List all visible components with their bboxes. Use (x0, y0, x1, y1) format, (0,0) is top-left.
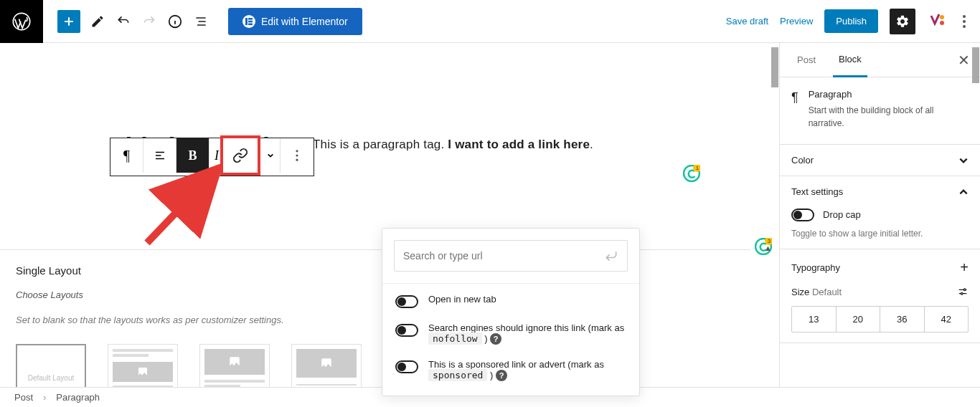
size-value: Default (812, 287, 842, 297)
font-size-option[interactable]: 36 (880, 307, 925, 332)
svg-point-21 (963, 289, 966, 291)
tab-post[interactable]: Post (791, 43, 821, 77)
align-button[interactable] (143, 138, 176, 173)
paragraph-block[interactable]: This is where youwrite your content. Thi… (110, 138, 779, 152)
outline-button[interactable] (188, 9, 214, 34)
dots-vertical-icon (963, 15, 966, 28)
scroll-up-indicator[interactable]: ▲ (764, 244, 772, 252)
editor-topbar: Edit with Elementor Save draft Preview P… (0, 0, 980, 43)
editor-canvas: This is my title ¶ B I This is where you… (0, 43, 779, 407)
svg-point-7 (940, 21, 944, 25)
color-panel-header[interactable]: Color (791, 155, 969, 166)
svg-point-13 (296, 159, 298, 161)
submit-arrow-icon[interactable] (604, 249, 618, 263)
link-button[interactable] (220, 135, 260, 176)
svg-text:1: 1 (696, 165, 699, 171)
drop-cap-label: Drop cap (823, 209, 861, 220)
block-options-button[interactable] (281, 138, 314, 173)
help-icon[interactable]: ? (490, 333, 501, 345)
settings-sidebar: Post Block ✕ ¶ Paragraph Start with the … (779, 43, 980, 407)
font-size-options: 13 20 36 42 (791, 306, 969, 332)
help-icon[interactable]: ? (496, 370, 507, 381)
gear-icon (895, 14, 910, 29)
size-label: Size (791, 287, 809, 297)
chevron-down-icon (958, 155, 969, 166)
wordpress-logo[interactable] (0, 0, 43, 43)
block-type-desc: Start with the building block of all nar… (809, 104, 969, 130)
drop-cap-toggle[interactable] (791, 209, 814, 221)
info-button[interactable] (162, 9, 188, 34)
save-draft-button[interactable]: Save draft (726, 16, 768, 27)
paragraph-bold-text: I want to add a link here (448, 138, 590, 151)
undo-button[interactable] (110, 9, 136, 34)
text-settings-panel-header[interactable]: Text settings (791, 186, 969, 197)
paragraph-text-end: . (590, 138, 593, 151)
link-url-input[interactable] (403, 250, 604, 262)
redo-button[interactable] (136, 9, 162, 34)
chevron-up-icon (958, 187, 969, 197)
plus-icon: + (960, 259, 969, 276)
open-new-tab-label: Open in new tab (428, 294, 496, 305)
svg-rect-5 (248, 23, 253, 25)
svg-point-6 (940, 15, 944, 19)
svg-point-10 (963, 25, 966, 28)
open-new-tab-toggle[interactable] (395, 295, 418, 308)
paragraph-transform-button[interactable]: ¶ (110, 138, 143, 173)
dots-vertical-icon (296, 150, 298, 161)
close-sidebar-button[interactable]: ✕ (958, 52, 970, 69)
tab-block[interactable]: Block (833, 43, 867, 77)
sponsored-label: This is a sponsored link or advert (mark… (428, 359, 626, 381)
breadcrumb-paragraph[interactable]: Paragraph (56, 392, 100, 403)
sliders-icon[interactable] (957, 286, 969, 297)
elementor-icon (242, 15, 255, 28)
typography-panel-header[interactable]: Typography + (791, 259, 969, 276)
breadcrumb-post[interactable]: Post (14, 392, 33, 403)
font-size-option[interactable]: 42 (925, 307, 969, 332)
svg-rect-4 (248, 20, 253, 22)
grammarly-badge[interactable]: 1 (683, 165, 700, 182)
paragraph-icon: ¶ (791, 90, 798, 130)
preview-button[interactable]: Preview (780, 16, 813, 27)
nofollow-toggle[interactable] (395, 324, 418, 337)
bold-button[interactable]: B (176, 138, 209, 173)
sponsored-toggle[interactable] (395, 360, 418, 373)
edit-with-elementor-button[interactable]: Edit with Elementor (228, 8, 362, 35)
add-block-button[interactable] (57, 10, 80, 33)
link-search-box (394, 240, 628, 272)
wordpress-icon (11, 11, 32, 32)
settings-button[interactable] (890, 9, 915, 34)
link-popover: Open in new tab Search engines should ig… (382, 228, 640, 396)
svg-point-22 (961, 292, 963, 295)
svg-point-9 (963, 20, 966, 23)
sidebar-tabs: Post Block ✕ (780, 43, 980, 77)
yoast-icon[interactable] (927, 13, 944, 30)
publish-button[interactable]: Publish (824, 9, 878, 33)
link-icon (232, 148, 248, 163)
svg-rect-3 (248, 18, 253, 20)
drop-cap-hint: Toggle to show a large initial letter. (791, 229, 969, 239)
svg-line-14 (147, 168, 219, 243)
breadcrumb-separator: › (43, 392, 46, 403)
sidebar-scrollbar[interactable] (972, 47, 979, 83)
more-rich-text-button[interactable] (260, 138, 281, 173)
font-size-option[interactable]: 13 (792, 307, 837, 332)
svg-point-11 (296, 150, 298, 152)
elementor-label: Edit with Elementor (261, 16, 348, 27)
block-type-title: Paragraph (809, 89, 969, 100)
svg-point-8 (963, 15, 966, 18)
chevron-down-icon (267, 152, 274, 159)
svg-point-12 (296, 154, 298, 156)
svg-rect-2 (245, 18, 248, 25)
font-size-option[interactable]: 20 (837, 307, 881, 332)
nofollow-label: Search engines should ignore this link (… (428, 322, 626, 345)
more-options-button[interactable] (956, 9, 973, 34)
edit-pencil-icon[interactable] (85, 9, 110, 34)
